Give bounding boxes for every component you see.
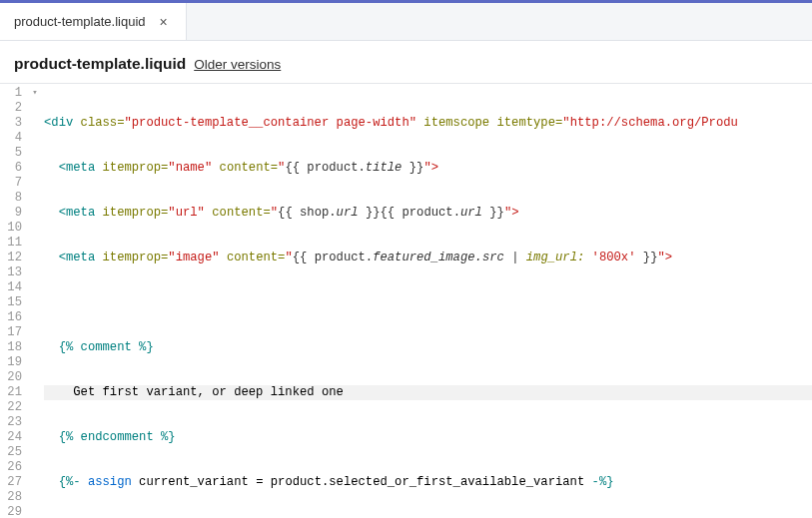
line-number: 28: [0, 490, 22, 505]
older-versions-link[interactable]: Older versions: [194, 57, 281, 72]
line-number: 5: [0, 146, 22, 161]
line-number: 20: [0, 370, 22, 385]
line-number: 22: [0, 400, 22, 415]
line-number: 14: [0, 280, 22, 295]
line-number: 1: [0, 86, 22, 101]
tab-active[interactable]: product-template.liquid ×: [0, 3, 187, 40]
line-number: 15: [0, 295, 22, 310]
line-number: 25: [0, 445, 22, 460]
code-editor[interactable]: 1 2 3 4 5 6 7 8 9 10 11 12 13 14 15 16 1…: [0, 84, 812, 515]
code-line: <div class="product-template__container …: [44, 116, 812, 131]
code-line: <meta itemprop="image" content="{{ produ…: [44, 251, 812, 265]
code-line: Get first variant, or deep linked one: [44, 385, 812, 400]
code-line: {% endcomment %}: [44, 430, 812, 445]
line-number: 6: [0, 161, 22, 176]
line-number: 7: [0, 176, 22, 191]
line-number: 16: [0, 310, 22, 325]
line-number: 9: [0, 206, 22, 221]
line-number: 21: [0, 385, 22, 400]
code-line: <meta itemprop="url" content="{{ shop.ur…: [44, 206, 812, 221]
fold-gutter: ▾: [28, 84, 42, 515]
code-line: {% comment %}: [44, 340, 812, 355]
tab-title: product-template.liquid: [14, 14, 146, 29]
code-line: [44, 295, 812, 310]
line-number: 2: [0, 101, 22, 116]
line-number: 24: [0, 430, 22, 445]
line-number: 10: [0, 221, 22, 236]
code-line: <meta itemprop="name" content="{{ produc…: [44, 161, 812, 176]
line-number: 11: [0, 236, 22, 251]
line-number: 4: [0, 131, 22, 146]
line-number-gutter: 1 2 3 4 5 6 7 8 9 10 11 12 13 14 15 16 1…: [0, 84, 28, 515]
line-number: 13: [0, 265, 22, 280]
file-title: product-template.liquid: [14, 55, 186, 73]
line-number: 19: [0, 355, 22, 370]
code-line: {%- assign current_variant = product.sel…: [44, 475, 812, 490]
line-number: 12: [0, 251, 22, 265]
close-icon[interactable]: ×: [156, 12, 172, 32]
line-number: 8: [0, 191, 22, 206]
line-number: 18: [0, 340, 22, 355]
line-number: 29: [0, 505, 22, 518]
file-subheader: product-template.liquid Older versions: [0, 41, 812, 84]
line-number: 3: [0, 116, 22, 131]
code-area[interactable]: <div class="product-template__container …: [42, 84, 812, 515]
tab-bar: product-template.liquid ×: [0, 3, 812, 41]
line-number: 23: [0, 415, 22, 430]
line-number: 17: [0, 325, 22, 340]
line-number: 27: [0, 475, 22, 490]
fold-marker-icon[interactable]: ▾: [28, 86, 42, 101]
line-number: 26: [0, 460, 22, 475]
